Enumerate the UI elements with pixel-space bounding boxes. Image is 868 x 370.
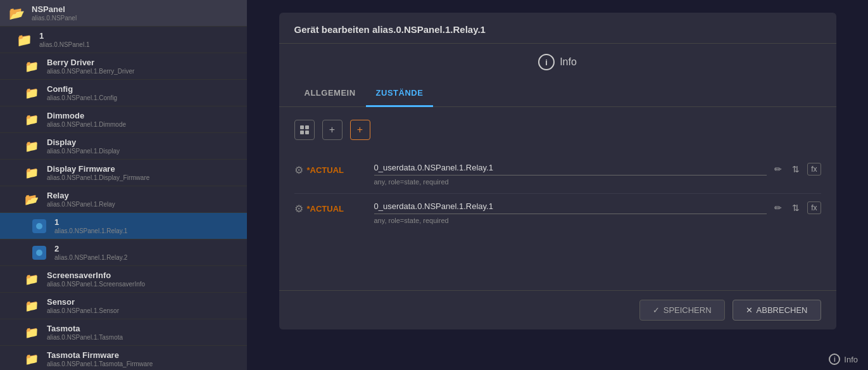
sidebar-item-alias: alias.0.NSPanel.1.Relay (47, 201, 115, 208)
edit-state-button-1[interactable]: ✏ (772, 163, 784, 175)
device-blue-icon (30, 217, 48, 235)
folder-icon: 📁 (23, 137, 41, 155)
state-gear-1: ⚙ *ACTUAL (294, 163, 364, 176)
sidebar-item-config[interactable]: 📁 Config alias.0.NSPanel.1.Config (0, 80, 247, 106)
sidebar-item-name: Sensor (47, 297, 119, 307)
sidebar-item-tasmota-firmware[interactable]: 📁 Tasmota Firmware alias.0.NSPanel.1.Tas… (0, 346, 247, 370)
sidebar-item-name: Berry Driver (47, 58, 134, 67)
gear-icon-2[interactable]: ⚙ (294, 203, 303, 215)
folder-icon: 📁 (23, 297, 41, 315)
state-gear-2: ⚙ *ACTUAL (294, 201, 364, 215)
state-hint-2: any, role=state, required (374, 217, 821, 224)
device-blue-icon (30, 244, 48, 262)
sidebar-item-relay-2[interactable]: 2 alias.0.NSPanel.1.Relay.2 (0, 239, 247, 266)
state-value-row-1: 0_userdata.0.NSPanel.1.Relay.1 ✏ ⇅ fx (374, 163, 821, 175)
dialog-body: + + ⚙ *ACTUAL 0_userdata.0.NSPanel.1.Rel… (279, 107, 836, 290)
sidebar-item-alias: alias.0.NSPanel.1.Dimmode (47, 121, 126, 128)
sidebar-item-display-firmware[interactable]: 📁 Display Firmware alias.0.NSPanel.1.Dis… (0, 160, 247, 186)
state-label-2: *ACTUAL (307, 204, 344, 214)
folder-icon: 📁 (23, 271, 41, 288)
gear-icon-1[interactable]: ⚙ (294, 164, 303, 176)
state-actions-1: ✏ ⇅ fx (772, 163, 821, 175)
folder-open-icon: 📂 (23, 191, 41, 208)
x-icon: ✕ (746, 305, 753, 315)
cancel-label: ABBRECHEN (757, 305, 808, 315)
sidebar-item-alias: alias.0.NSPanel.1.Relay.1 (54, 227, 127, 234)
main-area: Gerät bearbeiten alias.0.NSPanel.1.Relay… (247, 0, 868, 370)
dialog-title-prefix: Gerät bearbeiten (294, 24, 372, 35)
sidebar-item-alias: alias.0.NSPanel.1.Relay.2 (54, 254, 127, 261)
sidebar-item-berry-driver[interactable]: 📁 Berry Driver alias.0.NSPanel.1.Berry_D… (0, 53, 247, 80)
sidebar-item-tasmota[interactable]: 📁 Tasmota alias.0.NSPanel.1.Tasmota (0, 319, 247, 346)
folder-icon: 📁 (23, 111, 41, 129)
sidebar: 📂 NSPanel alias.0.NSPanel 📁 1 alias.0.NS… (0, 0, 247, 370)
folder-icon: 📁 (23, 58, 41, 75)
info-banner: i Info (279, 44, 836, 80)
sidebar-item-name: Tasmota Firmware (47, 350, 153, 360)
tab-allgemein[interactable]: ALLGEMEIN (294, 80, 366, 107)
sidebar-item-name: NSPanel (32, 4, 77, 14)
sidebar-item-name: 2 (54, 244, 127, 253)
check-icon: ✓ (653, 305, 660, 315)
sidebar-item-alias: alias.0.NSPanel.1.Display_Firmware (47, 174, 149, 181)
save-button[interactable]: ✓ SPEICHERN (639, 300, 725, 321)
bottom-info-label: Info (844, 355, 858, 364)
sidebar-item-name: Relay (47, 191, 115, 200)
sidebar-item-nspanel[interactable]: 📂 NSPanel alias.0.NSPanel (0, 0, 247, 27)
sort-state-button-2[interactable]: ⇅ (789, 201, 802, 214)
sidebar-item-name: Config (47, 84, 117, 94)
info-banner-label: Info (560, 56, 577, 68)
sidebar-item-dimmode[interactable]: 📁 Dimmode alias.0.NSPanel.1.Dimmode (0, 106, 247, 133)
svg-rect-6 (305, 131, 309, 134)
save-label: SPEICHERN (664, 305, 712, 315)
sidebar-item-name: Display (47, 137, 120, 147)
state-value-2: 0_userdata.0.NSPanel.1.Relay.1 (374, 201, 767, 214)
bottom-info-bar: i Info (819, 348, 868, 370)
sidebar-item-alias: alias.0.NSPanel.1.Berry_Driver (47, 68, 134, 75)
state-value-1: 0_userdata.0.NSPanel.1.Relay.1 (374, 163, 767, 175)
edit-state-button-2[interactable]: ✏ (772, 201, 784, 214)
sidebar-item-alias: alias.0.NSPanel.1 (39, 41, 90, 48)
svg-rect-5 (300, 131, 304, 134)
svg-point-0 (36, 223, 42, 229)
sidebar-item-name: Dimmode (47, 111, 126, 120)
cancel-button[interactable]: ✕ ABBRECHEN (733, 300, 821, 321)
sidebar-item-alias: alias.0.NSPanel.1.ScreensaverInfo (47, 281, 145, 288)
states-toolbar: + + (294, 120, 821, 140)
sidebar-item-display[interactable]: 📁 Display alias.0.NSPanel.1.Display (0, 133, 247, 160)
bottom-info-icon: i (829, 354, 840, 365)
add-state-button[interactable]: + (322, 120, 343, 140)
tabs-bar: ALLGEMEIN ZUSTÄNDE (279, 80, 836, 107)
folder-large-icon: 📂 (8, 4, 25, 22)
state-hint-1: any, role=state, required (374, 178, 821, 186)
square-grid-button[interactable] (294, 120, 315, 140)
sidebar-item-alias: alias.0.NSPanel.1.Config (47, 94, 117, 101)
add-state-orange-button[interactable]: + (350, 120, 370, 140)
fx-state-button-2[interactable]: fx (807, 201, 821, 214)
folder-icon: 📁 (15, 31, 33, 49)
fx-state-button-1[interactable]: fx (807, 163, 821, 175)
info-circle-icon: i (538, 54, 555, 70)
sidebar-item-alias: alias.0.NSPanel.1.Tasmota_Firmware (47, 360, 153, 367)
folder-icon: 📁 (23, 350, 41, 368)
sidebar-item-alias: alias.0.NSPanel.1.Tasmota (47, 334, 123, 341)
sidebar-item-relay[interactable]: 📂 Relay alias.0.NSPanel.1.Relay (0, 186, 247, 213)
folder-icon: 📁 (23, 324, 41, 341)
svg-point-1 (36, 250, 42, 256)
sidebar-item-name: 1 (54, 217, 127, 227)
dialog-title: Gerät bearbeiten alias.0.NSPanel.1.Relay… (294, 24, 486, 35)
state-row-1: ⚙ *ACTUAL 0_userdata.0.NSPanel.1.Relay.1… (294, 155, 821, 194)
sidebar-item-alias: alias.0.NSPanel.1.Display (47, 148, 120, 155)
state-row-2: ⚙ *ACTUAL 0_userdata.0.NSPanel.1.Relay.1… (294, 194, 821, 232)
sidebar-item-alias: alias.0.NSPanel.1.Sensor (47, 307, 119, 314)
tab-zustaende[interactable]: ZUSTÄNDE (366, 80, 434, 107)
dialog-title-device: alias.0.NSPanel.1.Relay.1 (372, 24, 486, 35)
sort-state-button-1[interactable]: ⇅ (789, 163, 802, 175)
sidebar-item-relay-1[interactable]: 1 alias.0.NSPanel.1.Relay.1 (0, 213, 247, 239)
state-value-row-2: 0_userdata.0.NSPanel.1.Relay.1 ✏ ⇅ fx (374, 201, 821, 214)
sidebar-item-screensaverinfo[interactable]: 📁 ScreensaverInfo alias.0.NSPanel.1.Scre… (0, 266, 247, 293)
folder-icon: 📁 (23, 84, 41, 102)
sidebar-item-sensor[interactable]: 📁 Sensor alias.0.NSPanel.1.Sensor (0, 293, 247, 319)
sidebar-item-1[interactable]: 📁 1 alias.0.NSPanel.1 (0, 27, 247, 53)
edit-device-dialog: Gerät bearbeiten alias.0.NSPanel.1.Relay… (279, 13, 836, 329)
